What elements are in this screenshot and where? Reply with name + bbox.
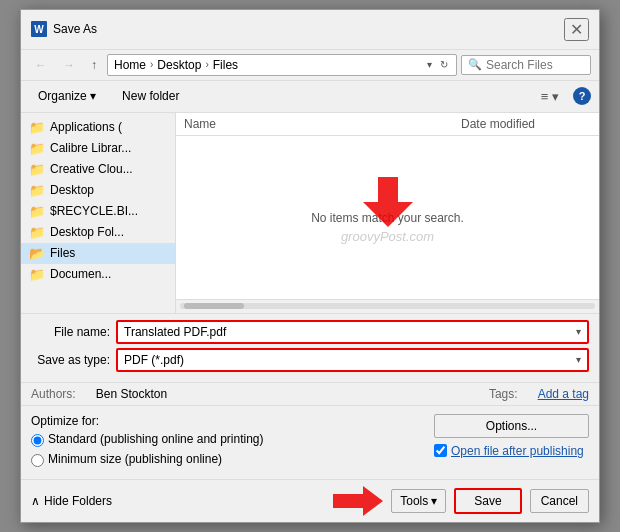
sidebar-item-creative-cloud[interactable]: 📁 Creative Clou... — [21, 159, 175, 180]
optimize-label: Optimize for: — [31, 414, 424, 428]
file-name-dropdown-icon: ▾ — [576, 326, 581, 337]
folder-icon: 📁 — [29, 267, 45, 282]
new-folder-button[interactable]: New folder — [113, 85, 188, 107]
radio-minimum-label: Minimum size (publishing online) — [48, 452, 222, 468]
nav-bar: ← → ↑ Home › Desktop › Files ▾ ↻ 🔍 — [21, 50, 599, 81]
save-type-row: Save as type: PDF (*.pdf) ▾ — [31, 348, 589, 372]
dialog-title: Save As — [53, 22, 564, 36]
bottom-bar: ∧ Hide Folders Tools ▾ Save Cancel — [21, 479, 599, 522]
red-arrow-down — [358, 172, 418, 232]
meta-row: Authors: Ben Stockton Tags: Add a tag — [21, 382, 599, 405]
radio-minimum[interactable] — [31, 454, 44, 467]
breadcrumb-sep-1: › — [150, 59, 153, 70]
sidebar-item-documents[interactable]: 📁 Documen... — [21, 264, 175, 285]
search-input[interactable] — [486, 58, 584, 72]
open-after-checkbox[interactable] — [434, 444, 447, 457]
scroll-track — [180, 303, 595, 309]
radio-standard[interactable] — [31, 434, 44, 447]
sidebar-item-recycle[interactable]: 📁 $RECYCLE.BI... — [21, 201, 175, 222]
radio-standard-row: Standard (publishing online and printing… — [31, 432, 424, 448]
folder-icon: 📁 — [29, 204, 45, 219]
tags-label: Tags: — [489, 387, 518, 401]
folder-icon-open: 📂 — [29, 246, 45, 261]
breadcrumb-sep-2: › — [205, 59, 208, 70]
sidebar-item-desktop[interactable]: 📁 Desktop — [21, 180, 175, 201]
breadcrumb-dropdown[interactable]: ▾ — [425, 59, 434, 70]
save-type-input[interactable]: PDF (*.pdf) ▾ — [116, 348, 589, 372]
help-button[interactable]: ? — [573, 87, 591, 105]
options-area: Optimize for: Standard (publishing onlin… — [21, 405, 599, 479]
save-button[interactable]: Save — [454, 488, 521, 514]
file-name-value: Translated PDF.pdf — [124, 325, 226, 339]
red-arrow-right — [333, 486, 383, 516]
scroll-thumb — [184, 303, 244, 309]
sidebar-item-desktop-fol[interactable]: 📁 Desktop Fol... — [21, 222, 175, 243]
authors-label: Authors: — [31, 387, 76, 401]
tools-button[interactable]: Tools ▾ — [391, 489, 446, 513]
svg-marker-0 — [363, 177, 413, 227]
hide-folders-button[interactable]: ∧ Hide Folders — [31, 494, 112, 508]
svg-marker-1 — [333, 486, 383, 516]
sidebar-item-calibre[interactable]: 📁 Calibre Librar... — [21, 138, 175, 159]
refresh-button[interactable]: ↻ — [438, 59, 450, 70]
cancel-button[interactable]: Cancel — [530, 489, 589, 513]
open-after-row: Open file after publishing — [434, 444, 589, 458]
save-as-dialog: W Save As ✕ ← → ↑ Home › Desktop › Files… — [20, 9, 600, 523]
breadcrumb-files: Files — [213, 58, 238, 72]
options-button[interactable]: Options... — [434, 414, 589, 438]
file-name-label: File name: — [31, 325, 116, 339]
add-tag-link[interactable]: Add a tag — [538, 387, 589, 401]
form-area: File name: Translated PDF.pdf ▾ Save as … — [21, 313, 599, 382]
file-area: Name Date modified No items match your s… — [176, 113, 599, 313]
close-button[interactable]: ✕ — [564, 18, 589, 41]
main-area: 📁 Applications ( 📁 Calibre Librar... 📁 C… — [21, 113, 599, 313]
folder-icon: 📁 — [29, 141, 45, 156]
sidebar-item-files[interactable]: 📂 Files — [21, 243, 175, 264]
save-type-value: PDF (*.pdf) — [124, 353, 184, 367]
breadcrumb[interactable]: Home › Desktop › Files ▾ ↻ — [107, 54, 457, 76]
forward-button[interactable]: → — [57, 55, 81, 75]
col-name: Name — [184, 117, 461, 131]
file-content: No items match your search. groovyPost.c… — [176, 136, 599, 299]
search-box[interactable]: 🔍 — [461, 55, 591, 75]
search-icon: 🔍 — [468, 58, 482, 71]
title-bar: W Save As ✕ — [21, 10, 599, 50]
save-type-label: Save as type: — [31, 353, 116, 367]
authors-value: Ben Stockton — [96, 387, 167, 401]
folder-icon: 📁 — [29, 225, 45, 240]
radio-standard-label: Standard (publishing online and printing… — [48, 432, 263, 448]
back-button[interactable]: ← — [29, 55, 53, 75]
horizontal-scrollbar[interactable] — [176, 299, 599, 313]
folder-icon: 📁 — [29, 120, 45, 135]
breadcrumb-desktop: Desktop — [157, 58, 201, 72]
open-after-label[interactable]: Open file after publishing — [451, 444, 584, 458]
app-icon: W — [31, 21, 47, 37]
file-name-row: File name: Translated PDF.pdf ▾ — [31, 320, 589, 344]
folder-icon: 📁 — [29, 162, 45, 177]
col-date: Date modified — [461, 117, 591, 131]
organize-button[interactable]: Organize ▾ — [29, 85, 105, 107]
toolbar: Organize ▾ New folder ≡ ▾ ? — [21, 81, 599, 113]
radio-minimum-row: Minimum size (publishing online) — [31, 452, 424, 468]
save-type-dropdown-icon: ▾ — [576, 354, 581, 365]
file-header: Name Date modified — [176, 113, 599, 136]
actions-section: Options... Open file after publishing — [434, 414, 589, 471]
file-name-input[interactable]: Translated PDF.pdf ▾ — [116, 320, 589, 344]
view-button[interactable]: ≡ ▾ — [535, 85, 565, 108]
optimize-section: Optimize for: Standard (publishing onlin… — [31, 414, 424, 471]
sidebar-item-applications[interactable]: 📁 Applications ( — [21, 117, 175, 138]
sidebar: 📁 Applications ( 📁 Calibre Librar... 📁 C… — [21, 113, 176, 313]
up-button[interactable]: ↑ — [85, 55, 103, 75]
folder-icon: 📁 — [29, 183, 45, 198]
breadcrumb-home: Home — [114, 58, 146, 72]
